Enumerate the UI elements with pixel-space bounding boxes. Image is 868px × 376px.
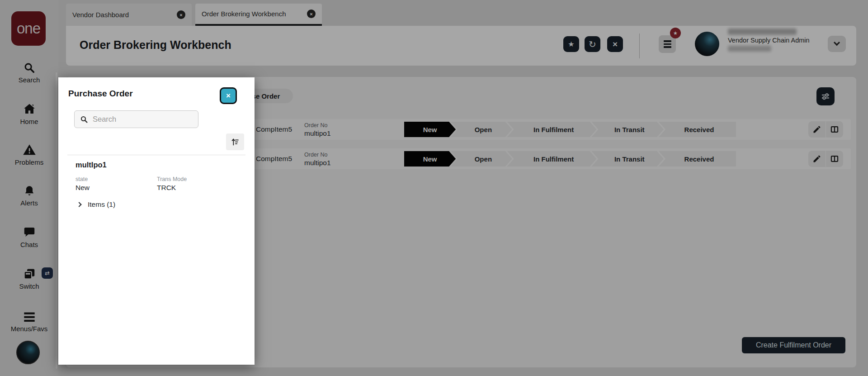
modal-title: Purchase Order [68, 89, 133, 99]
modal-search-box [74, 110, 198, 128]
close-icon: × [226, 91, 231, 100]
items-expander[interactable]: Items (1) [77, 200, 115, 209]
modal-close-button[interactable]: × [220, 87, 237, 104]
divider [67, 155, 245, 155]
sort-button[interactable] [226, 133, 244, 150]
state-value: New [75, 184, 90, 192]
sort-icon [230, 137, 240, 147]
purchase-order-modal: Purchase Order × multIpo1 state New Tran… [58, 77, 255, 365]
trans-mode-value: TRCK [157, 184, 176, 192]
search-input[interactable] [88, 115, 198, 124]
chevron-right-icon [76, 202, 81, 207]
trans-mode-label: Trans Mode [157, 176, 187, 182]
po-card-title: multIpo1 [75, 161, 107, 169]
items-toggle-label: Items (1) [88, 200, 115, 209]
search-icon [80, 115, 88, 124]
state-label: state [75, 176, 88, 182]
